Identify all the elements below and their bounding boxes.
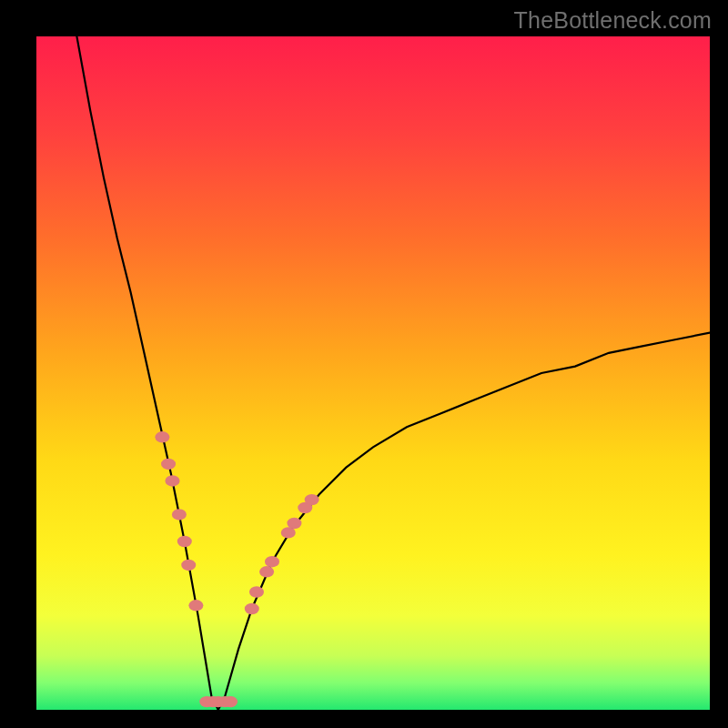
data-marker — [155, 431, 169, 442]
chart-svg — [36, 36, 710, 710]
data-marker — [161, 459, 176, 470]
data-marker — [287, 518, 301, 529]
data-marker — [249, 586, 264, 597]
gradient-background — [36, 36, 710, 710]
watermark-text: TheBottleneck.com — [514, 7, 712, 34]
data-marker — [165, 475, 179, 486]
data-marker — [305, 494, 319, 505]
chart-frame: TheBottleneck.com — [0, 0, 728, 728]
data-marker — [265, 556, 279, 567]
data-marker — [181, 560, 196, 571]
data-marker — [259, 566, 274, 577]
data-marker — [172, 509, 187, 520]
data-marker — [188, 600, 203, 611]
data-marker — [177, 536, 192, 547]
data-marker — [245, 603, 259, 614]
data-marker — [223, 696, 238, 707]
plot-area — [36, 36, 710, 710]
